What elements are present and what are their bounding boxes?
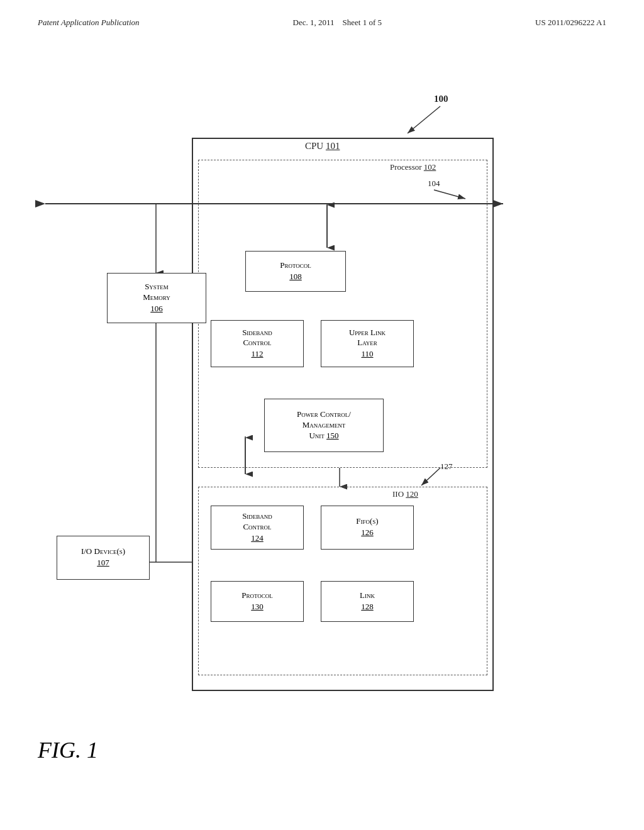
io-devices-line1: I/O Device(s) <box>81 546 125 557</box>
system-memory-line2: Memory <box>143 292 170 303</box>
sideband-control-112-block: Sideband Control 112 <box>211 320 304 367</box>
ref-127-label: 127 <box>440 462 453 472</box>
upper-link-ref: 110 <box>361 348 373 360</box>
header-publication: Patent Application Publication <box>38 18 140 28</box>
io-devices-block: I/O Device(s) 107 <box>57 536 150 580</box>
power-control-line1: Power Control/ <box>297 409 351 420</box>
link-128-ref: 128 <box>361 601 374 612</box>
header-patent-number: US 2011/0296222 A1 <box>535 18 606 28</box>
upper-link-line2: Layer <box>357 338 377 348</box>
fifos-line1: Fifo(s) <box>356 516 378 527</box>
protocol-108-ref: 108 <box>289 271 302 282</box>
svg-line-4 <box>408 106 440 133</box>
processor-label: Processor 102 <box>390 162 436 172</box>
system-memory-line1: System <box>145 282 169 292</box>
sideband-124-line1: Sideband <box>242 511 272 522</box>
protocol-108-line1: Protocol <box>280 260 311 271</box>
diagram-area: 100 104 CPU 101 Processor 102 System Mem… <box>0 34 644 776</box>
power-control-block: Power Control/ Management Unit 150 <box>264 399 384 452</box>
protocol-130-block: Protocol 130 <box>211 581 304 622</box>
io-devices-ref: 107 <box>97 557 109 568</box>
power-control-line3: Unit 150 <box>309 431 338 441</box>
protocol-130-ref: 130 <box>251 601 264 612</box>
sideband-124-ref: 124 <box>251 533 264 544</box>
sideband-124-line2: Control <box>243 522 271 533</box>
ref-100-label: 100 <box>434 94 448 104</box>
protocol-108-block: Protocol 108 <box>245 251 346 292</box>
link-128-block: Link 128 <box>321 581 414 622</box>
sideband-112-line1: Sideband <box>242 328 272 338</box>
cpu-label: CPU 101 <box>305 141 340 152</box>
sideband-control-124-block: Sideband Control 124 <box>211 506 304 550</box>
system-memory-ref: 106 <box>150 303 163 314</box>
sideband-112-line2: Control <box>243 338 271 348</box>
system-memory-block: System Memory 106 <box>107 273 206 323</box>
fifos-ref: 126 <box>361 527 374 538</box>
fifos-block: Fifo(s) 126 <box>321 506 414 550</box>
fig-label: FIG. 1 <box>38 737 98 763</box>
upper-link-layer-block: Upper Link Layer 110 <box>321 320 414 367</box>
page-header: Patent Application Publication Dec. 1, 2… <box>0 0 644 34</box>
protocol-130-line1: Protocol <box>242 590 273 601</box>
upper-link-line1: Upper Link <box>349 328 386 338</box>
sideband-112-ref: 112 <box>251 348 263 360</box>
header-date-sheet: Dec. 1, 2011 Sheet 1 of 5 <box>293 18 382 28</box>
power-control-line2: Management <box>303 420 346 431</box>
iio-label: IIO 120 <box>392 489 418 499</box>
link-128-line1: Link <box>360 590 375 601</box>
